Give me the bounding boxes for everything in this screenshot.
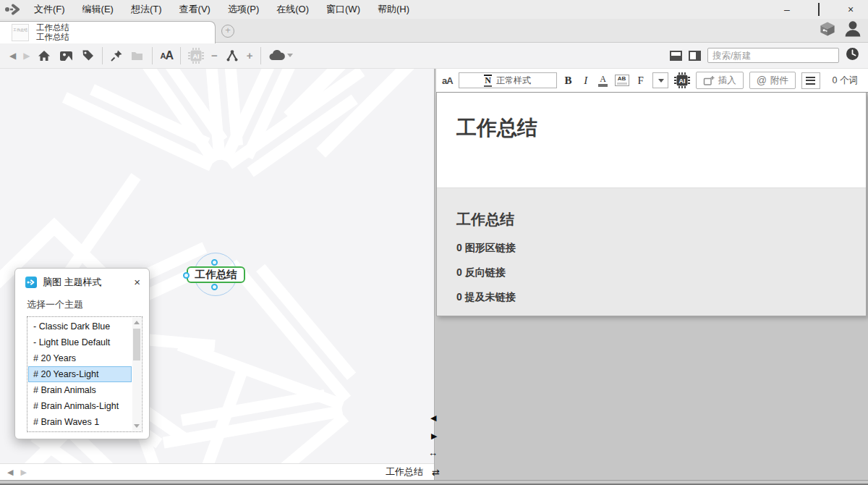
layout-right-icon[interactable] (689, 51, 701, 61)
search-input[interactable] (707, 48, 839, 63)
swap-sync-icon[interactable]: ⇄ (432, 467, 440, 478)
attachment-button[interactable]: @ 附件 (749, 72, 796, 89)
resize-divider-icon[interactable]: ↔ (428, 449, 438, 457)
dialog-title: 脑图 主题样式 (43, 276, 102, 289)
font-button[interactable]: F (635, 75, 647, 87)
theme-list: - Classic Dark Blue- Light Blue Default#… (28, 319, 132, 430)
notes-ai-icon[interactable]: AI (674, 72, 690, 88)
insert-icon (703, 75, 715, 86)
history-back-icon[interactable]: ◀ (7, 468, 13, 477)
presentation-icon[interactable] (59, 48, 74, 63)
open-folder-icon[interactable] (130, 49, 145, 62)
tab-thumbnail: 工作总结 (12, 24, 29, 41)
scroll-up-icon[interactable] (132, 318, 141, 327)
insert-button[interactable]: 插入 (696, 72, 744, 89)
tab-bar: 工作总结 工作总结 工作总结 + (0, 19, 868, 42)
status-bar: ◀ ▶ 工作总结 ⇄ (0, 463, 434, 480)
text-size-icon[interactable]: AA (160, 49, 173, 62)
forward-icon[interactable]: ▶ (23, 51, 30, 61)
new-tab-button[interactable]: + (221, 25, 234, 38)
cloud-dropdown-icon[interactable] (287, 54, 293, 57)
paperclip-icon: @ (757, 75, 767, 86)
active-thought-label[interactable]: 工作总结 (386, 465, 423, 478)
paragraph-style-select[interactable]: N 正常样式 (459, 72, 557, 88)
svg-text:AI: AI (192, 52, 199, 59)
plex-layout-icon[interactable] (225, 48, 239, 63)
more-formatting-dropdown[interactable] (652, 72, 668, 88)
layout-bottom-icon[interactable] (670, 51, 682, 61)
theme-option[interactable]: # Brain Animals-Light (28, 398, 132, 414)
main-toolbar: ◀ ▶ (0, 42, 868, 69)
tag-icon[interactable] (81, 48, 95, 62)
style-icon: N (484, 75, 492, 87)
user-account-icon[interactable] (843, 20, 862, 41)
theme-option[interactable]: # Brain Waves 1 (28, 414, 132, 430)
menu-item[interactable]: 帮助(H) (373, 1, 414, 17)
link-count-item[interactable]: 0 反向链接 (456, 266, 866, 279)
pin-icon[interactable] (110, 49, 123, 62)
window-bottom-edge (0, 480, 868, 485)
theme-option[interactable]: - Classic Dark Blue (28, 319, 132, 334)
dialog-prompt: 选择一个主题 (27, 298, 149, 311)
word-count: 0 个词 (833, 75, 865, 87)
close-button[interactable]: × (845, 4, 856, 15)
links-heading: 工作总结 (437, 188, 866, 229)
window-controls: – × (781, 4, 868, 15)
collapse-left-icon[interactable]: ◀ (430, 414, 436, 422)
theme-list-scrollbar[interactable] (132, 318, 141, 431)
notes-menu-icon[interactable] (801, 72, 820, 89)
theme-option[interactable]: # 20 Years-Light (28, 366, 132, 382)
menu-bar: 文件(F)编辑(E)想法(T)查看(V)选项(P)在线(O)窗口(W)帮助(H) (29, 1, 422, 17)
dialog-close-icon[interactable]: × (134, 277, 140, 287)
titlebar: 文件(F)编辑(E)想法(T)查看(V)选项(P)在线(O)窗口(W)帮助(H)… (0, 0, 868, 19)
theme-option[interactable]: # 20 Years (28, 350, 132, 366)
menu-item[interactable]: 选项(P) (223, 1, 264, 17)
links-list: 0 图形区链接0 反向链接0 提及未链接 (456, 242, 866, 304)
cloud-sync-icon[interactable] (268, 49, 293, 62)
bold-button[interactable]: B (563, 75, 574, 87)
theme-option[interactable]: # Brain Animals (28, 382, 132, 398)
zoom-in-icon[interactable]: + (247, 49, 253, 62)
home-icon[interactable] (37, 48, 51, 63)
style-name: 正常样式 (496, 75, 531, 87)
history-forward-icon[interactable]: ▶ (20, 468, 26, 477)
menu-item[interactable]: 窗口(W) (321, 1, 365, 17)
scroll-down-icon[interactable] (132, 421, 141, 431)
notes-editor[interactable]: 工作总结 (437, 93, 866, 187)
minimize-button[interactable]: – (781, 4, 793, 15)
ai-assistant-icon[interactable]: AI (188, 48, 204, 64)
parent-gate[interactable] (211, 259, 218, 266)
back-icon[interactable]: ◀ (9, 51, 16, 61)
notes-card[interactable]: 工作总结 工作总结 0 图形区链接0 反向链接0 提及未链接 (436, 93, 867, 316)
notes-text-size-icon[interactable]: aA (442, 75, 453, 86)
maximize-button[interactable] (813, 4, 825, 15)
menu-item[interactable]: 在线(O) (271, 1, 314, 17)
history-clock-icon[interactable] (846, 47, 859, 64)
link-count-item[interactable]: 0 提及未链接 (456, 291, 866, 304)
thought-node[interactable]: 工作总结 (187, 266, 245, 283)
local-brain-cube-icon[interactable] (819, 20, 836, 41)
brain-tab[interactable]: 工作总结 工作总结 工作总结 (0, 21, 216, 43)
zoom-out-icon[interactable]: − (211, 49, 218, 62)
note-title[interactable]: 工作总结 (437, 93, 866, 142)
text-color-button[interactable]: A (597, 75, 609, 87)
link-count-item[interactable]: 0 图形区链接 (456, 242, 866, 255)
theme-option[interactable]: - Light Blue Default (28, 334, 132, 350)
toolbar-separator (260, 47, 261, 64)
menu-item[interactable]: 文件(F) (29, 1, 70, 17)
scrollbar-thumb[interactable] (133, 329, 140, 360)
highlight-button[interactable]: AB (615, 75, 629, 86)
italic-button[interactable]: I (580, 75, 592, 87)
notes-panel: aA N 正常样式 B I A AB F AI (434, 69, 868, 480)
child-gate[interactable] (211, 284, 218, 290)
toolbar-separator (180, 47, 181, 64)
tab-line1: 工作总结 (36, 23, 69, 33)
jump-gate[interactable] (183, 272, 190, 279)
menu-item[interactable]: 编辑(E) (77, 1, 119, 17)
toolbar-separator (102, 47, 103, 64)
collapse-right-icon[interactable]: ▶ (431, 432, 437, 440)
dialog-brain-logo-icon (25, 277, 37, 288)
menu-item[interactable]: 想法(T) (126, 1, 167, 17)
menu-item[interactable]: 查看(V) (174, 1, 216, 17)
theme-listbox: - Classic Dark Blue- Light Blue Default#… (27, 316, 142, 432)
